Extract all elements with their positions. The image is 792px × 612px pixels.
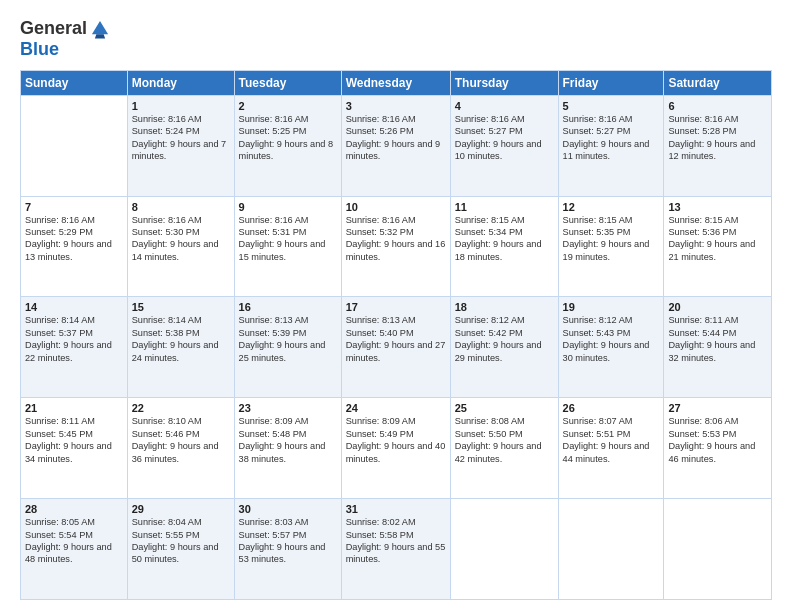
day-number: 14: [25, 301, 123, 313]
calendar-cell: 22Sunrise: 8:10 AM Sunset: 5:46 PM Dayli…: [127, 398, 234, 499]
calendar-cell: 4Sunrise: 8:16 AM Sunset: 5:27 PM Daylig…: [450, 95, 558, 196]
calendar-cell: 17Sunrise: 8:13 AM Sunset: 5:40 PM Dayli…: [341, 297, 450, 398]
calendar-cell: 26Sunrise: 8:07 AM Sunset: 5:51 PM Dayli…: [558, 398, 664, 499]
calendar-cell: 3Sunrise: 8:16 AM Sunset: 5:26 PM Daylig…: [341, 95, 450, 196]
logo: General Blue: [20, 18, 111, 60]
calendar-cell: 10Sunrise: 8:16 AM Sunset: 5:32 PM Dayli…: [341, 196, 450, 297]
calendar-cell: 12Sunrise: 8:15 AM Sunset: 5:35 PM Dayli…: [558, 196, 664, 297]
calendar-cell: 23Sunrise: 8:09 AM Sunset: 5:48 PM Dayli…: [234, 398, 341, 499]
calendar-week-row: 28Sunrise: 8:05 AM Sunset: 5:54 PM Dayli…: [21, 499, 772, 600]
cell-content: Sunrise: 8:12 AM Sunset: 5:43 PM Dayligh…: [563, 314, 660, 364]
cell-content: Sunrise: 8:09 AM Sunset: 5:49 PM Dayligh…: [346, 415, 446, 465]
cell-content: Sunrise: 8:16 AM Sunset: 5:28 PM Dayligh…: [668, 113, 767, 163]
cell-content: Sunrise: 8:15 AM Sunset: 5:35 PM Dayligh…: [563, 214, 660, 264]
cell-content: Sunrise: 8:10 AM Sunset: 5:46 PM Dayligh…: [132, 415, 230, 465]
day-header-wednesday: Wednesday: [341, 70, 450, 95]
cell-content: Sunrise: 8:06 AM Sunset: 5:53 PM Dayligh…: [668, 415, 767, 465]
calendar-cell: 15Sunrise: 8:14 AM Sunset: 5:38 PM Dayli…: [127, 297, 234, 398]
logo-text: General: [20, 19, 87, 39]
day-number: 16: [239, 301, 337, 313]
cell-content: Sunrise: 8:08 AM Sunset: 5:50 PM Dayligh…: [455, 415, 554, 465]
cell-content: Sunrise: 8:16 AM Sunset: 5:25 PM Dayligh…: [239, 113, 337, 163]
cell-content: Sunrise: 8:04 AM Sunset: 5:55 PM Dayligh…: [132, 516, 230, 566]
day-header-friday: Friday: [558, 70, 664, 95]
calendar-cell: 27Sunrise: 8:06 AM Sunset: 5:53 PM Dayli…: [664, 398, 772, 499]
day-number: 21: [25, 402, 123, 414]
day-number: 22: [132, 402, 230, 414]
calendar-cell: 21Sunrise: 8:11 AM Sunset: 5:45 PM Dayli…: [21, 398, 128, 499]
day-number: 3: [346, 100, 446, 112]
day-number: 28: [25, 503, 123, 515]
calendar-cell: 6Sunrise: 8:16 AM Sunset: 5:28 PM Daylig…: [664, 95, 772, 196]
cell-content: Sunrise: 8:16 AM Sunset: 5:24 PM Dayligh…: [132, 113, 230, 163]
day-number: 15: [132, 301, 230, 313]
day-header-monday: Monday: [127, 70, 234, 95]
day-number: 5: [563, 100, 660, 112]
calendar-cell: 9Sunrise: 8:16 AM Sunset: 5:31 PM Daylig…: [234, 196, 341, 297]
calendar-header-row: SundayMondayTuesdayWednesdayThursdayFrid…: [21, 70, 772, 95]
cell-content: Sunrise: 8:11 AM Sunset: 5:44 PM Dayligh…: [668, 314, 767, 364]
svg-marker-0: [92, 21, 108, 34]
day-number: 2: [239, 100, 337, 112]
day-number: 9: [239, 201, 337, 213]
calendar-cell: 7Sunrise: 8:16 AM Sunset: 5:29 PM Daylig…: [21, 196, 128, 297]
day-header-sunday: Sunday: [21, 70, 128, 95]
calendar-cell: 30Sunrise: 8:03 AM Sunset: 5:57 PM Dayli…: [234, 499, 341, 600]
cell-content: Sunrise: 8:12 AM Sunset: 5:42 PM Dayligh…: [455, 314, 554, 364]
calendar-cell: 16Sunrise: 8:13 AM Sunset: 5:39 PM Dayli…: [234, 297, 341, 398]
calendar-cell: [664, 499, 772, 600]
day-number: 6: [668, 100, 767, 112]
day-number: 11: [455, 201, 554, 213]
calendar-cell: 13Sunrise: 8:15 AM Sunset: 5:36 PM Dayli…: [664, 196, 772, 297]
calendar-week-row: 7Sunrise: 8:16 AM Sunset: 5:29 PM Daylig…: [21, 196, 772, 297]
calendar-week-row: 1Sunrise: 8:16 AM Sunset: 5:24 PM Daylig…: [21, 95, 772, 196]
day-header-thursday: Thursday: [450, 70, 558, 95]
day-number: 31: [346, 503, 446, 515]
page-header: General Blue: [20, 18, 772, 60]
cell-content: Sunrise: 8:11 AM Sunset: 5:45 PM Dayligh…: [25, 415, 123, 465]
calendar-page: General Blue SundayMondayTuesdayWednesda…: [0, 0, 792, 612]
day-number: 8: [132, 201, 230, 213]
day-number: 27: [668, 402, 767, 414]
calendar-cell: 8Sunrise: 8:16 AM Sunset: 5:30 PM Daylig…: [127, 196, 234, 297]
calendar-table: SundayMondayTuesdayWednesdayThursdayFrid…: [20, 70, 772, 600]
cell-content: Sunrise: 8:16 AM Sunset: 5:32 PM Dayligh…: [346, 214, 446, 264]
day-number: 26: [563, 402, 660, 414]
day-header-tuesday: Tuesday: [234, 70, 341, 95]
cell-content: Sunrise: 8:16 AM Sunset: 5:27 PM Dayligh…: [563, 113, 660, 163]
cell-content: Sunrise: 8:16 AM Sunset: 5:26 PM Dayligh…: [346, 113, 446, 163]
calendar-cell: 24Sunrise: 8:09 AM Sunset: 5:49 PM Dayli…: [341, 398, 450, 499]
day-number: 18: [455, 301, 554, 313]
cell-content: Sunrise: 8:16 AM Sunset: 5:27 PM Dayligh…: [455, 113, 554, 163]
day-number: 23: [239, 402, 337, 414]
calendar-cell: [450, 499, 558, 600]
cell-content: Sunrise: 8:07 AM Sunset: 5:51 PM Dayligh…: [563, 415, 660, 465]
cell-content: Sunrise: 8:16 AM Sunset: 5:30 PM Dayligh…: [132, 214, 230, 264]
day-number: 30: [239, 503, 337, 515]
logo-blue: Blue: [20, 39, 59, 59]
cell-content: Sunrise: 8:14 AM Sunset: 5:38 PM Dayligh…: [132, 314, 230, 364]
day-number: 19: [563, 301, 660, 313]
day-number: 24: [346, 402, 446, 414]
cell-content: Sunrise: 8:15 AM Sunset: 5:34 PM Dayligh…: [455, 214, 554, 264]
calendar-cell: [21, 95, 128, 196]
day-number: 4: [455, 100, 554, 112]
day-number: 25: [455, 402, 554, 414]
cell-content: Sunrise: 8:14 AM Sunset: 5:37 PM Dayligh…: [25, 314, 123, 364]
calendar-cell: 14Sunrise: 8:14 AM Sunset: 5:37 PM Dayli…: [21, 297, 128, 398]
calendar-cell: 25Sunrise: 8:08 AM Sunset: 5:50 PM Dayli…: [450, 398, 558, 499]
calendar-cell: 19Sunrise: 8:12 AM Sunset: 5:43 PM Dayli…: [558, 297, 664, 398]
cell-content: Sunrise: 8:03 AM Sunset: 5:57 PM Dayligh…: [239, 516, 337, 566]
calendar-cell: 1Sunrise: 8:16 AM Sunset: 5:24 PM Daylig…: [127, 95, 234, 196]
day-header-saturday: Saturday: [664, 70, 772, 95]
day-number: 29: [132, 503, 230, 515]
calendar-week-row: 21Sunrise: 8:11 AM Sunset: 5:45 PM Dayli…: [21, 398, 772, 499]
calendar-cell: [558, 499, 664, 600]
cell-content: Sunrise: 8:02 AM Sunset: 5:58 PM Dayligh…: [346, 516, 446, 566]
logo-icon: [89, 18, 111, 40]
cell-content: Sunrise: 8:05 AM Sunset: 5:54 PM Dayligh…: [25, 516, 123, 566]
calendar-cell: 18Sunrise: 8:12 AM Sunset: 5:42 PM Dayli…: [450, 297, 558, 398]
calendar-cell: 5Sunrise: 8:16 AM Sunset: 5:27 PM Daylig…: [558, 95, 664, 196]
calendar-cell: 31Sunrise: 8:02 AM Sunset: 5:58 PM Dayli…: [341, 499, 450, 600]
day-number: 1: [132, 100, 230, 112]
